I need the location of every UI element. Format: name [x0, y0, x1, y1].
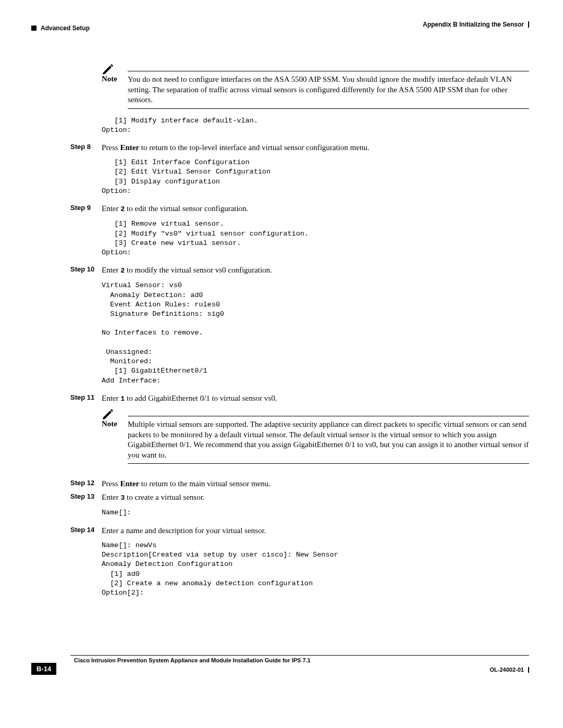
step-row: Step 13 Enter 3 to create a virtual sens…: [70, 492, 529, 503]
code-block: [1] Remove virtual sensor. [2] Modify "v…: [102, 219, 529, 257]
header-separator-icon: [528, 21, 529, 28]
step-row: Step 12 Press Enter to return to the mai…: [70, 478, 529, 489]
page-header: Advanced Setup Appendix B Initializing t…: [31, 21, 529, 32]
code-block: Virtual Sensor: vs0 Anomaly Detection: a…: [102, 281, 529, 385]
pencil-icon: [102, 63, 114, 75]
step-text: Enter 2 to modify the virtual sensor vs0…: [102, 265, 529, 276]
note-text: You do not need to configure interfaces …: [128, 75, 529, 105]
step-row: Step 14 Enter a name and description for…: [70, 525, 529, 536]
doc-number: OL-24002-01: [490, 667, 524, 673]
step-label: Step 13: [70, 492, 102, 503]
step-row: Step 10 Enter 2 to modify the virtual se…: [70, 265, 529, 276]
step-text: Enter a name and description for your vi…: [102, 525, 529, 536]
appendix-title: Appendix B Initializing the Sensor: [423, 21, 524, 28]
step-row: Step 11 Enter 1 to add GigabitEthernet 0…: [70, 393, 529, 404]
step-label: Step 11: [70, 393, 102, 404]
note-label: Note: [102, 75, 128, 105]
step-label: Step 14: [70, 525, 102, 536]
page-number: B-14: [31, 663, 56, 675]
pencil-icon: [102, 408, 114, 419]
step-row: Step 8 Press Enter to return to the top-…: [70, 142, 529, 153]
step-text: Press Enter to return to the top-level i…: [102, 142, 529, 153]
step-text: Enter 1 to add GigabitEthernet 0/1 to vi…: [102, 393, 529, 404]
code-block: Name[]:: [102, 508, 529, 517]
footer-separator-icon: [528, 667, 529, 673]
step-row: Step 9 Enter 2 to edit the virtual senso…: [70, 203, 529, 214]
step-label: Step 9: [70, 203, 102, 214]
footer-guide-title: Cisco Intrusion Prevention System Applia…: [74, 657, 311, 663]
note-text: Multiple virtual sensors are supported. …: [128, 419, 529, 460]
step-text: Press Enter to return to the main virtua…: [102, 478, 529, 489]
note-block: Note You do not need to configure interf…: [70, 63, 529, 109]
note-label: Note: [102, 419, 128, 460]
step-text: Enter 2 to edit the virtual sensor confi…: [102, 203, 529, 214]
note-block: Note Multiple virtual sensors are suppor…: [70, 408, 529, 464]
step-label: Step 12: [70, 478, 102, 489]
page-content: Note You do not need to configure interf…: [70, 63, 529, 598]
step-text: Enter 3 to create a virtual sensor.: [102, 492, 529, 503]
step-label: Step 8: [70, 142, 102, 153]
section-title: Advanced Setup: [41, 24, 90, 32]
code-block: [1] Modify interface default-vlan. Optio…: [102, 116, 529, 135]
page-footer: Cisco Intrusion Prevention System Applia…: [31, 655, 529, 681]
step-label: Step 10: [70, 265, 102, 276]
code-block: [1] Edit Interface Configuration [2] Edi…: [102, 158, 529, 196]
header-marker-icon: [31, 26, 36, 31]
code-block: Name[]: newVs Description[Created via se…: [102, 541, 529, 598]
